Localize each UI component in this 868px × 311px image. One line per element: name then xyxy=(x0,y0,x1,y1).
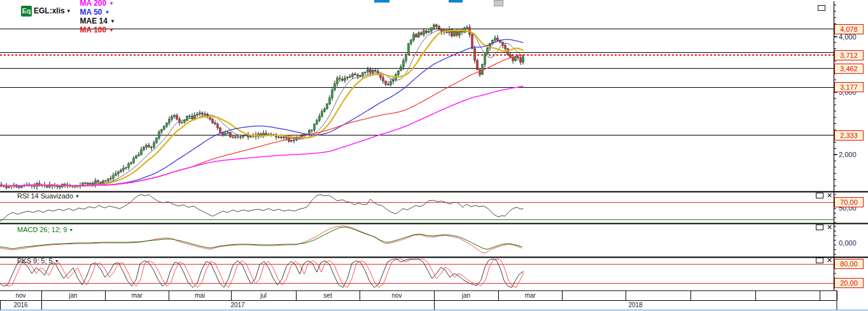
symbol-selector[interactable]: EGL:xlis ▼ xyxy=(34,6,71,15)
rsi-upper-level-badge: 70,00 xyxy=(834,197,864,207)
restore-panel-icon[interactable] xyxy=(816,225,823,230)
close-panel-icon[interactable]: ✕ xyxy=(827,193,832,198)
symbol-label: EGL:xlis xyxy=(34,6,65,15)
year-axis-cell: 2017 xyxy=(41,301,434,308)
candlestick-chart[interactable] xyxy=(0,0,868,311)
indicator-label: MA 200 xyxy=(80,0,107,8)
indicator-list: MA 20▼MA 200▼MA 50▼MAE 14▼MA 100▼ xyxy=(71,0,115,34)
macd-label: MACD 26; 12; 9 xyxy=(17,226,67,233)
month-axis-cell: mai xyxy=(169,292,231,299)
month-axis-cell: set xyxy=(296,292,360,299)
top-tab-fragment-2 xyxy=(449,0,463,3)
month-axis-cell: mar xyxy=(498,292,562,299)
indicator-label: MA 50 xyxy=(80,8,102,17)
close-panel-icon[interactable]: ✕ xyxy=(827,225,832,230)
chevron-down-icon: ▼ xyxy=(75,194,80,198)
top-tab-fragment-1 xyxy=(374,0,389,3)
price-level-badge: 2,333 xyxy=(834,130,864,141)
indicator-label: MAE 14 xyxy=(80,17,108,25)
month-axis-cell: jul xyxy=(231,292,296,299)
month-axis-cell: nov xyxy=(360,292,434,299)
restore-panel-icon[interactable] xyxy=(816,193,823,198)
chevron-down-icon: ▼ xyxy=(109,1,114,6)
stoch-label: PKS 9; 5; 5 xyxy=(17,257,53,265)
top-button-fragment xyxy=(494,0,503,6)
month-axis-cell: nov xyxy=(0,292,41,299)
chevron-down-icon: ▼ xyxy=(109,27,114,33)
rsi-panel-controls: ✕ xyxy=(816,193,832,198)
price-level-badge: 3,712 xyxy=(834,50,864,60)
close-panel-icon[interactable]: ✕ xyxy=(827,258,832,263)
main-panel-controls xyxy=(818,5,825,11)
restore-panel-icon[interactable] xyxy=(816,258,823,263)
year-axis-cell: 2018 xyxy=(434,301,837,308)
chart-application-window: Eq EGL:xlis ▼ MA 20▼MA 200▼MA 50▼MAE 14▼… xyxy=(0,0,868,311)
chevron-down-icon: ▼ xyxy=(66,8,71,14)
month-axis-cell: mar xyxy=(105,292,169,299)
month-axis-cell: jan xyxy=(434,292,498,299)
macd-panel-controls: ✕ xyxy=(816,225,832,230)
rsi-indicator-selector[interactable]: RSI 14 Suavizado ▼ xyxy=(17,192,80,200)
chevron-down-icon: ▼ xyxy=(105,10,110,15)
rsi-label: RSI 14 Suavizado xyxy=(17,192,73,200)
chart-toolbar: Eq EGL:xlis ▼ MA 20▼MA 200▼MA 50▼MAE 14▼… xyxy=(21,4,115,17)
indicator-selector-mae-14[interactable]: MAE 14▼ xyxy=(80,17,115,25)
macd-indicator-selector[interactable]: MACD 26; 12; 9 ▼ xyxy=(17,226,73,233)
indicator-selector-ma-200[interactable]: MA 200▼ xyxy=(80,0,115,8)
month-axis-cell: jan xyxy=(41,292,105,299)
chevron-down-icon: ▼ xyxy=(110,18,115,24)
stoch-lower-level-badge: 20,00 xyxy=(834,278,864,288)
stoch-upper-level-badge: 80,00 xyxy=(834,259,864,269)
restore-window-icon[interactable] xyxy=(818,5,825,11)
indicator-selector-ma-100[interactable]: MA 100▼ xyxy=(80,25,115,34)
indicator-label: MA 100 xyxy=(80,25,107,34)
price-level-badge: 3,462 xyxy=(834,64,864,74)
price-level-badge: 4,078 xyxy=(834,24,864,34)
year-axis-cell: 2016 xyxy=(0,301,41,308)
stoch-indicator-selector[interactable]: PKS 9; 5; 5 ▼ xyxy=(17,257,59,265)
chevron-down-icon: ▼ xyxy=(55,259,59,263)
macd-zero-tick: 0,000 xyxy=(839,239,857,247)
price-axis-tick: 2,000 xyxy=(839,151,857,158)
price-level-badge: 3,177 xyxy=(834,82,864,92)
stoch-panel-controls: ✕ xyxy=(816,258,832,263)
indicator-selector-ma-50[interactable]: MA 50▼ xyxy=(80,8,115,17)
equity-icon: Eq xyxy=(21,6,32,17)
chevron-down-icon: ▼ xyxy=(69,228,73,232)
